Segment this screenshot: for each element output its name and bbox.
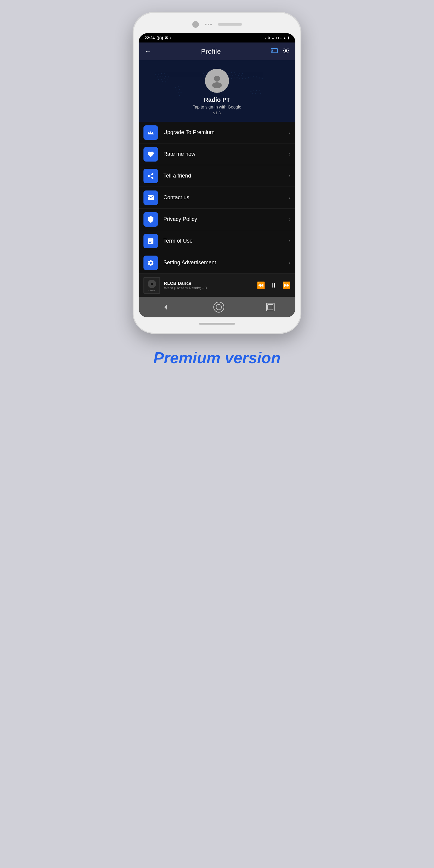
rate-chevron: › bbox=[289, 151, 290, 157]
svg-rect-27 bbox=[165, 82, 166, 82]
menu-item-contact[interactable]: Contact us › bbox=[138, 187, 296, 209]
svg-rect-48 bbox=[231, 72, 232, 73]
svg-rect-71 bbox=[250, 91, 251, 92]
svg-rect-58 bbox=[244, 76, 244, 76]
phone-shell: 22:24 ((•)) ✉ • • ⊖ ▲ LTE ▲ ▮ ← Profile bbox=[133, 12, 301, 334]
svg-rect-56 bbox=[238, 75, 239, 76]
avatar[interactable] bbox=[205, 69, 229, 93]
pause-button[interactable]: ⏸ bbox=[270, 281, 277, 289]
status-bar: 22:24 ((•)) ✉ • • ⊖ ▲ LTE ▲ ▮ bbox=[138, 33, 296, 42]
forward-button[interactable]: ⏩ bbox=[282, 281, 290, 289]
status-right: • ⊖ ▲ LTE ▲ ▮ bbox=[265, 36, 289, 40]
svg-line-9 bbox=[287, 49, 288, 49]
home-nav-button[interactable] bbox=[213, 302, 224, 313]
svg-rect-76 bbox=[255, 93, 255, 94]
upgrade-icon-box bbox=[144, 125, 158, 140]
svg-rect-62 bbox=[239, 78, 240, 79]
status-time: 22:24 bbox=[145, 36, 155, 40]
svg-line-7 bbox=[284, 49, 284, 49]
svg-rect-78 bbox=[260, 93, 261, 94]
share-icon-box bbox=[144, 169, 158, 183]
menu-item-rate[interactable]: Rate me now › bbox=[138, 144, 296, 165]
svg-point-91 bbox=[152, 177, 153, 179]
header-icons bbox=[271, 47, 289, 56]
svg-rect-64 bbox=[245, 79, 246, 79]
svg-rect-72 bbox=[253, 90, 254, 91]
svg-rect-67 bbox=[253, 76, 254, 77]
lte-icon: LTE bbox=[276, 36, 282, 40]
terms-chevron: › bbox=[289, 238, 290, 244]
svg-line-8 bbox=[287, 53, 288, 53]
svg-rect-19 bbox=[165, 76, 166, 77]
svg-rect-52 bbox=[242, 73, 243, 74]
svg-rect-74 bbox=[259, 90, 260, 91]
stop-nav-button[interactable] bbox=[266, 303, 275, 311]
share-label: Tell a friend bbox=[163, 173, 289, 179]
privacy-chevron: › bbox=[289, 216, 290, 222]
menu-item-upgrade[interactable]: Upgrade To Premium › bbox=[138, 122, 296, 144]
svg-point-88 bbox=[212, 82, 222, 88]
svg-marker-98 bbox=[164, 305, 167, 310]
svg-rect-69 bbox=[259, 78, 260, 79]
svg-rect-59 bbox=[231, 78, 232, 79]
svg-rect-80 bbox=[178, 86, 179, 87]
svg-rect-55 bbox=[235, 74, 236, 75]
svg-rect-86 bbox=[179, 95, 180, 96]
svg-rect-26 bbox=[162, 82, 163, 82]
back-nav-button[interactable] bbox=[159, 301, 172, 313]
terms-icon-box bbox=[144, 234, 158, 248]
svg-rect-83 bbox=[179, 89, 180, 90]
email-icon: ✉ bbox=[165, 36, 168, 40]
rewind-button[interactable]: ⏪ bbox=[257, 281, 265, 289]
svg-rect-18 bbox=[162, 76, 163, 76]
wifi-icon: ▲ bbox=[271, 36, 275, 40]
profile-subtitle: Tap to sign-in with Google bbox=[193, 104, 241, 110]
app-header: ← Profile bbox=[138, 42, 296, 60]
profile-section[interactable]: Radio PT Tap to sign-in with Google v1.3 bbox=[138, 60, 296, 122]
phone-screen: 22:24 ((•)) ✉ • • ⊖ ▲ LTE ▲ ▮ ← Profile bbox=[138, 33, 296, 317]
brightness-icon[interactable] bbox=[283, 47, 289, 56]
phone-top-bar bbox=[138, 21, 296, 33]
svg-rect-47 bbox=[228, 73, 229, 74]
svg-rect-50 bbox=[237, 73, 238, 73]
svg-rect-28 bbox=[203, 73, 204, 74]
svg-rect-82 bbox=[176, 90, 177, 90]
menu-item-share[interactable]: Tell a friend › bbox=[138, 165, 296, 187]
svg-rect-14 bbox=[164, 73, 165, 74]
rate-label: Rate me now bbox=[163, 151, 289, 157]
settings-icon-box bbox=[144, 255, 158, 270]
svg-rect-23 bbox=[164, 79, 165, 79]
privacy-label: Privacy Policy bbox=[163, 216, 289, 222]
player-title: RLCB Dance bbox=[164, 281, 253, 286]
upgrade-chevron: › bbox=[289, 129, 290, 135]
svg-rect-20 bbox=[168, 76, 169, 78]
status-left: 22:24 ((•)) ✉ • bbox=[145, 36, 172, 40]
player-subtitle: Want (Dosem Remix) - 3 bbox=[164, 286, 212, 290]
signal-icon: ((•)) bbox=[156, 36, 163, 40]
menu-item-privacy[interactable]: Privacy Policy › bbox=[138, 209, 296, 230]
svg-point-89 bbox=[152, 173, 153, 175]
menu-item-terms[interactable]: Term of Use › bbox=[138, 230, 296, 252]
player-controls: ⏪ ⏸ ⏩ bbox=[257, 281, 290, 289]
phone-bottom-bar bbox=[138, 317, 296, 324]
profile-name: Radio PT bbox=[204, 96, 230, 103]
page-wrapper: 22:24 ((•)) ✉ • • ⊖ ▲ LTE ▲ ▮ ← Profile bbox=[108, 12, 326, 367]
svg-rect-70 bbox=[262, 78, 263, 79]
menu-item-settings[interactable]: Setting Advertisement › bbox=[138, 252, 296, 274]
back-button[interactable]: ← bbox=[145, 48, 151, 56]
svg-line-10 bbox=[284, 53, 284, 53]
svg-rect-13 bbox=[161, 73, 162, 74]
camera-dot bbox=[192, 21, 199, 28]
rate-icon-box bbox=[144, 147, 158, 161]
premium-version-text: Premium version bbox=[153, 349, 281, 367]
svg-rect-29 bbox=[206, 72, 207, 73]
svg-rect-21 bbox=[158, 79, 159, 80]
svg-rect-79 bbox=[175, 87, 176, 88]
contact-chevron: › bbox=[289, 194, 290, 201]
profile-version: v1.3 bbox=[213, 111, 221, 115]
svg-point-97 bbox=[151, 283, 153, 285]
svg-rect-63 bbox=[242, 78, 243, 79]
svg-rect-75 bbox=[252, 93, 253, 94]
svg-rect-49 bbox=[234, 72, 235, 73]
cast-icon[interactable] bbox=[271, 48, 278, 55]
